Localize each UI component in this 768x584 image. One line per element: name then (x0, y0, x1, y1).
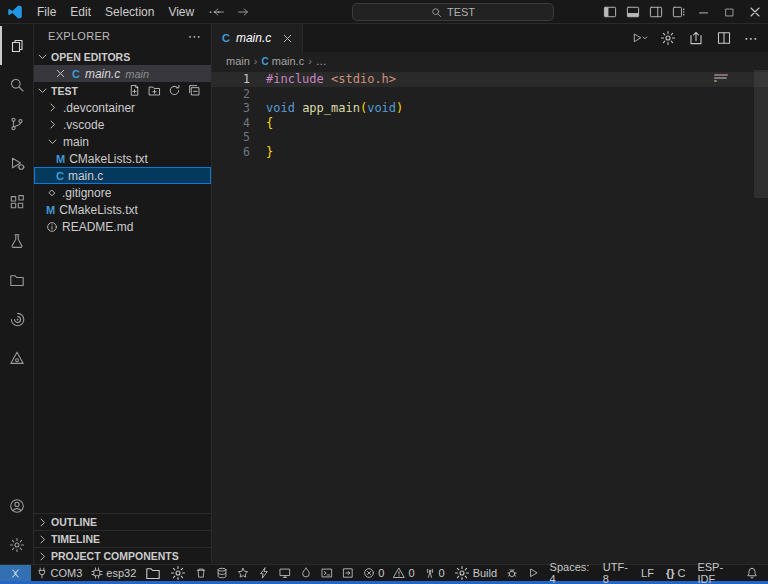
open-editor-main-c[interactable]: Cmain.cmain (34, 65, 211, 82)
tree-item--devcontainer[interactable]: .devcontainer (34, 99, 211, 116)
tab-main-c[interactable]: C main.c (212, 24, 303, 52)
line-number[interactable]: 5 (212, 130, 250, 145)
tree-item-cmakelists-txt[interactable]: MCMakeLists.txt (34, 150, 211, 167)
activity-explorer[interactable] (0, 26, 33, 65)
breadcrumb-item[interactable]: main (226, 55, 250, 67)
section-outline[interactable]: OUTLINE (34, 513, 211, 530)
ellipsis-icon[interactable]: ⋯ (744, 30, 758, 46)
flash-upload-icon[interactable] (688, 30, 704, 46)
layout-panel-icon[interactable] (621, 0, 644, 24)
menu-item-view[interactable]: View (161, 2, 201, 22)
tree-item-readme-md[interactable]: README.md (34, 218, 211, 235)
status-forwarded-ports[interactable]: 0 (419, 565, 449, 581)
code-line-6[interactable]: 6} (212, 145, 768, 160)
open-editors-header[interactable]: OPEN EDITORS (34, 48, 211, 65)
sidebar-more-actions[interactable]: ⋯ (188, 29, 201, 44)
file-tree: .devcontainer.vscodemainMCMakeLists.txtC… (34, 99, 211, 235)
status-notifications[interactable] (740, 565, 764, 581)
collapse-all-icon[interactable] (188, 84, 201, 97)
activity-extensions[interactable] (0, 182, 33, 221)
breadcrumb-item[interactable]: … (316, 55, 327, 67)
code-line-2[interactable]: 2 (212, 87, 768, 102)
activity-esp-component[interactable] (0, 338, 33, 377)
status-bar: COM3esp32000BuildSpaces: 4UTF-8LF{}CESP-… (0, 564, 768, 581)
arrow-right-icon[interactable] (236, 5, 250, 19)
tree-item-main-c[interactable]: Cmain.c (34, 167, 211, 184)
tree-item--gitignore[interactable]: .gitignore (34, 184, 211, 201)
tree-item-main[interactable]: main (34, 133, 211, 150)
activity-accounts[interactable] (0, 486, 33, 525)
status-cmake-debug[interactable] (502, 565, 523, 581)
line-number[interactable]: 3 (212, 101, 250, 116)
maximize-icon[interactable] (716, 0, 742, 24)
status-errors[interactable]: 0 (359, 565, 389, 581)
menu-item-file[interactable]: File (30, 2, 63, 22)
run-chevron-icon[interactable] (632, 30, 648, 46)
activity-file-explorer[interactable] (0, 260, 33, 299)
code-line-1[interactable]: 1#include <stdio.h> (212, 72, 768, 87)
tree-item-label: .devcontainer (63, 101, 135, 115)
status-execute-custom-task[interactable] (338, 565, 359, 581)
split-editor-icon[interactable] (716, 30, 732, 46)
status-device-target[interactable]: esp32 (87, 565, 141, 581)
code-line-3[interactable]: 3void app_main(void) (212, 101, 768, 116)
section-project-components[interactable]: PROJECT COMPONENTS (34, 547, 211, 564)
editor-scrollbar[interactable] (754, 70, 768, 198)
activity-espressif-idf[interactable] (0, 299, 33, 338)
menu-item-edit[interactable]: Edit (63, 2, 98, 22)
status-serial-monitor[interactable] (275, 565, 296, 581)
layout-secondary-icon[interactable] (644, 0, 667, 24)
close-icon[interactable] (742, 0, 768, 24)
status-build-flash-monitor[interactable] (296, 565, 317, 581)
status-erase-flash[interactable] (212, 565, 233, 581)
line-number[interactable]: 4 (212, 116, 250, 131)
status-cmake-launch[interactable] (523, 565, 544, 581)
line-number[interactable]: 1 (212, 72, 250, 87)
close-editor-icon[interactable] (54, 67, 67, 80)
minimize-icon[interactable] (690, 0, 716, 24)
activity-testing[interactable] (0, 221, 33, 260)
status-idf-terminal[interactable] (317, 565, 338, 581)
code-line-5[interactable]: 5 (212, 130, 768, 145)
activity-run-and-debug[interactable] (0, 143, 33, 182)
activity-search[interactable] (0, 65, 33, 104)
status-full-clean[interactable] (191, 565, 212, 581)
tab-close-icon[interactable] (281, 32, 294, 45)
status-flash-device[interactable] (254, 565, 275, 581)
command-center-search[interactable]: TEST (352, 3, 554, 21)
activity-settings[interactable] (0, 525, 33, 564)
remote-indicator[interactable] (0, 565, 31, 581)
code-editor[interactable]: 1#include <stdio.h>23void app_main(void)… (212, 70, 768, 564)
new-folder-icon[interactable] (148, 84, 161, 97)
status-warnings[interactable]: 0 (389, 565, 419, 581)
section-timeline[interactable]: TIMELINE (34, 530, 211, 547)
gear-icon[interactable] (660, 30, 676, 46)
status-select-flash-method[interactable] (233, 565, 254, 581)
status-esp-idf-version[interactable]: ESP-IDF (691, 565, 740, 581)
layout-sidebar-icon[interactable] (598, 0, 621, 24)
breadcrumb[interactable]: main›Cmain.c›… (212, 52, 768, 70)
status-sdk-configuration[interactable] (166, 565, 191, 581)
project-section-header[interactable]: TEST (34, 82, 211, 99)
arrow-left-icon[interactable] (212, 5, 226, 19)
line-number[interactable]: 6 (212, 145, 250, 160)
status-indentation[interactable]: Spaces: 4 (544, 565, 597, 581)
status-serial-port[interactable]: COM3 (31, 565, 87, 581)
status-cmake-build[interactable]: Build (449, 565, 501, 581)
refresh-icon[interactable] (168, 84, 181, 97)
status-project-folder[interactable] (141, 565, 166, 581)
breadcrumb-item[interactable]: Cmain.c (262, 55, 305, 67)
status-encoding[interactable]: UTF-8 (597, 565, 635, 581)
menu-item-selection[interactable]: Selection (98, 2, 161, 22)
sidebar-title: EXPLORER (48, 30, 110, 42)
status-end-of-line[interactable]: LF (635, 565, 660, 581)
code-line-4[interactable]: 4{ (212, 116, 768, 131)
tree-item-cmakelists-txt[interactable]: MCMakeLists.txt (34, 201, 211, 218)
line-number[interactable]: 2 (212, 87, 250, 102)
new-file-icon[interactable] (128, 84, 141, 97)
minimap[interactable] (714, 74, 740, 83)
tree-item--vscode[interactable]: .vscode (34, 116, 211, 133)
status-language-mode[interactable]: {}C (660, 565, 692, 581)
customize-layout-icon[interactable] (667, 0, 690, 24)
activity-source-control[interactable] (0, 104, 33, 143)
